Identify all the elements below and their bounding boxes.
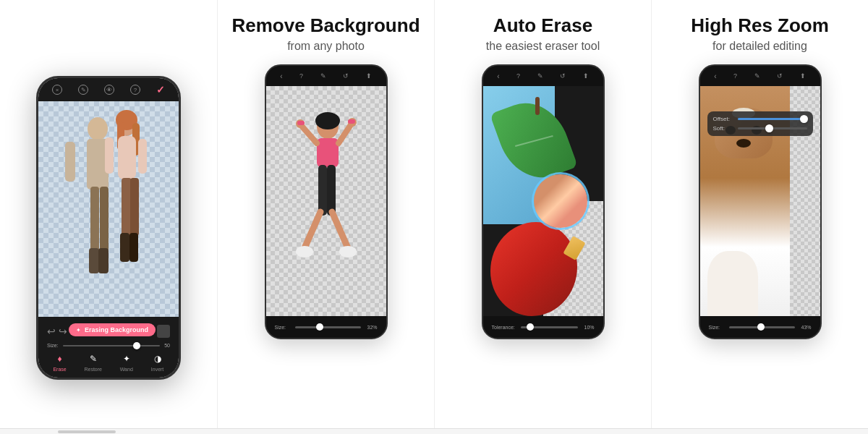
close-icon[interactable]: ×	[52, 85, 62, 95]
svg-rect-32	[297, 121, 305, 125]
app-container: × ✎ 👁 ? ✓	[0, 0, 868, 434]
svg-line-29	[332, 212, 348, 248]
phone-screen-1: × ✎ 👁 ? ✓	[38, 78, 179, 378]
svg-line-28	[305, 212, 320, 248]
wand-tool-icon: ✦	[120, 352, 133, 365]
svg-line-23	[339, 124, 352, 143]
size-slider[interactable]	[63, 345, 161, 346]
redo-icon[interactable]: ↪	[59, 326, 67, 337]
feature-phone-body-3	[483, 86, 603, 316]
offset-label: Offset:	[713, 116, 733, 122]
size-slider-row: Size: 50	[44, 341, 173, 349]
pencil-icon-4[interactable]: ✎	[754, 72, 760, 80]
auto-erase-subtitle: the easiest eraser tool	[486, 40, 600, 53]
feature-phone-bottom-2: Size: 32%	[266, 316, 386, 338]
undo-icon[interactable]: ↩	[47, 326, 56, 337]
svg-rect-4	[89, 248, 99, 273]
tolerance-label: Tolerance:	[492, 325, 515, 330]
auto-erase-title: Auto Erase	[493, 14, 592, 37]
help-icon[interactable]: ?	[130, 85, 140, 95]
size-slider-thumb-4[interactable]	[757, 323, 765, 331]
feature-phone-bottom-3: Tolerance: 10%	[483, 316, 603, 338]
high-res-title: High Res Zoom	[691, 14, 829, 37]
size-slider-4[interactable]	[729, 326, 796, 328]
soft-slider-thumb[interactable]	[765, 124, 773, 132]
phone-bottom-controls: ↩ ↪ ✦ Erasing Background Size:	[38, 317, 179, 378]
remove-bg-subtitle: from any photo	[287, 40, 365, 53]
tools-row: ♦ Erase ✎ Restore ✦ Wand ◑	[44, 349, 173, 373]
svg-point-0	[88, 117, 108, 140]
check-icon[interactable]: ✓	[156, 84, 165, 95]
erase-background-button[interactable]: ✦ Erasing Background	[69, 323, 156, 336]
feature-phone-body-2	[266, 86, 386, 316]
soft-row: Soft:	[713, 125, 807, 132]
back-icon-2[interactable]: ‹	[280, 72, 282, 80]
feature-phone-4: ‹ ? ✎ ↺ ⬆	[699, 64, 822, 339]
erase-btn-label: Erasing Background	[85, 326, 148, 333]
soft-slider[interactable]	[738, 127, 807, 129]
back-icon-3[interactable]: ‹	[497, 72, 499, 80]
scroll-bar[interactable]	[0, 428, 868, 434]
feature-phone-top-2: ‹ ? ✎ ↺ ⬆	[266, 66, 386, 86]
erase-tool-label: Erase	[53, 367, 66, 372]
export-icon-4[interactable]: ⬆	[800, 72, 806, 80]
scroll-thumb	[58, 430, 116, 433]
erase-tool[interactable]: ♦ Erase	[53, 352, 66, 372]
section-phone-demo: × ✎ 👁 ? ✓	[0, 0, 217, 434]
high-res-subtitle: for detailed editing	[712, 40, 807, 53]
size-label: Size:	[47, 343, 59, 348]
zoom-circle	[532, 172, 590, 230]
restore-tool-label: Restore	[84, 367, 102, 372]
refresh-icon-2[interactable]: ↺	[343, 72, 349, 80]
wand-tool[interactable]: ✦ Wand	[120, 352, 133, 372]
offset-slider-thumb[interactable]	[800, 115, 808, 123]
tolerance-slider-thumb[interactable]	[527, 323, 534, 331]
svg-rect-13	[122, 178, 132, 236]
svg-rect-27	[327, 165, 336, 216]
restore-tool[interactable]: ✎ Restore	[84, 352, 102, 372]
back-icon-4[interactable]: ‹	[714, 72, 716, 80]
phone-image-area	[38, 101, 179, 317]
help-icon-2[interactable]: ?	[299, 72, 303, 80]
offset-slider[interactable]	[738, 118, 807, 120]
svg-rect-16	[129, 233, 138, 262]
invert-tool-label: Invert	[151, 367, 164, 372]
refresh-icon-3[interactable]: ↺	[560, 72, 566, 80]
pencil-icon-3[interactable]: ✎	[537, 72, 543, 80]
help-icon-4[interactable]: ?	[733, 72, 737, 80]
soft-label: Soft:	[713, 125, 733, 132]
invert-tool[interactable]: ◑ Invert	[151, 352, 164, 372]
svg-rect-6	[65, 142, 75, 182]
color-swatch[interactable]	[157, 325, 170, 338]
section-remove-background: Remove Background from any photo ‹ ? ✎ ↺…	[217, 0, 434, 434]
zoom-circle-content	[534, 174, 587, 228]
dog-nose	[736, 139, 751, 148]
slider-thumb[interactable]	[133, 342, 140, 349]
svg-point-31	[339, 246, 357, 258]
feature-phone-bottom-4: Size: 43%	[700, 316, 820, 338]
size-percent-4: 43%	[801, 325, 811, 330]
tolerance-slider[interactable]	[521, 326, 579, 328]
svg-rect-18	[138, 139, 147, 174]
feature-phone-top-4: ‹ ? ✎ ↺ ⬆	[700, 66, 820, 86]
export-icon-3[interactable]: ⬆	[583, 72, 589, 80]
feature-phone-top-3: ‹ ? ✎ ↺ ⬆	[483, 66, 603, 86]
erase-tool-icon: ♦	[54, 352, 67, 365]
export-icon-2[interactable]: ⬆	[366, 72, 372, 80]
refresh-icon-4[interactable]: ↺	[777, 72, 783, 80]
size-slider-2[interactable]	[295, 326, 362, 328]
edit-icon[interactable]: ✎	[78, 85, 88, 95]
help-icon-3[interactable]: ?	[516, 72, 520, 80]
svg-rect-5	[98, 248, 109, 273]
feature-phone-2: ‹ ? ✎ ↺ ⬆	[265, 64, 388, 339]
size-value: 50	[164, 343, 170, 348]
svg-rect-33	[348, 119, 355, 124]
feature-phone-3: ‹ ? ✎ ↺ ⬆	[482, 64, 605, 339]
size-slider-thumb-2[interactable]	[316, 323, 323, 331]
dog-scene: Offset: Soft:	[700, 86, 820, 316]
zoom-panel: Offset: Soft:	[707, 111, 813, 136]
svg-point-20	[315, 112, 340, 129]
eye-icon[interactable]: 👁	[104, 85, 114, 95]
pencil-icon-2[interactable]: ✎	[320, 72, 326, 80]
feature-phone-body-4: Offset: Soft:	[700, 86, 820, 316]
